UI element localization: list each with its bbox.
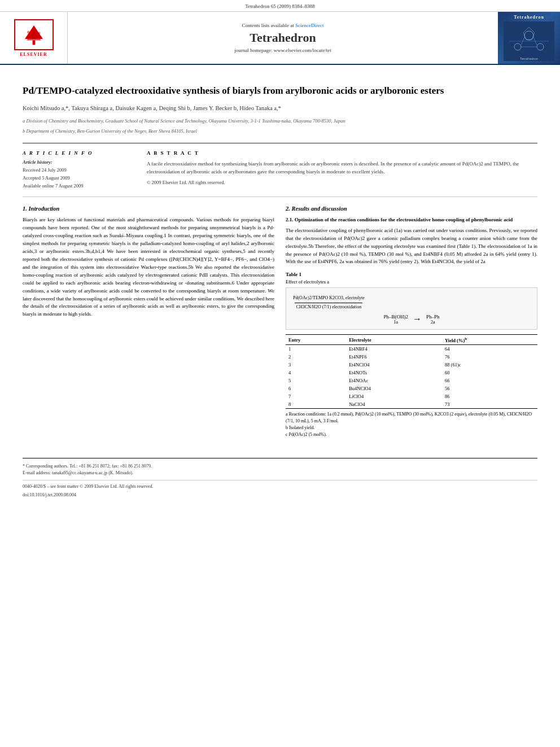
table-cell: Et4NPF6	[346, 353, 442, 361]
table-cell: Et4NClO4	[346, 361, 442, 369]
authors-text: Koichi Mitsudo a,*, Takuya Shiraga a, Da…	[23, 105, 281, 111]
footer-divider	[23, 480, 537, 480]
affiliation-a: a Division of Chemistry and Biochemistry…	[23, 117, 537, 125]
tree-icon	[20, 23, 48, 46]
affiliation-b-text: b Department of Chemistry, Ben-Gurion Un…	[23, 128, 197, 134]
journal-title: Tetrahedron	[250, 30, 316, 45]
table-cell: 73	[442, 400, 537, 409]
body-columns: 1. Introduction Biaryls are key skeleton…	[23, 197, 537, 452]
table-cell: 2	[286, 353, 346, 361]
cover-inner: Tetrahedron Tetrahedron	[498, 12, 560, 64]
table-cell: 7	[286, 392, 346, 400]
table-row: 4Et4NOTs60	[286, 369, 537, 377]
table1-footnotes: a Reaction conditions: 1a (0.2 mmol), Pd…	[286, 411, 537, 438]
svg-rect-0	[32, 40, 35, 45]
cover-label: Tetrahedron	[514, 15, 544, 20]
table-row: 7LiClO486	[286, 392, 537, 400]
table-cell: 3	[286, 361, 346, 369]
cover-art-icon: Tetrahedron	[504, 21, 554, 61]
table-cell: 6	[286, 385, 346, 392]
table-cell: 5	[286, 377, 346, 385]
table-cell: Et4NOAc	[346, 377, 442, 385]
abstract-section: A B S T R A C T A facile electrooxidativ…	[147, 150, 537, 190]
received-date: Received 24 July 2009	[23, 167, 135, 174]
catalyst-conditions: Pd(OAc)2/TEMPO K2CO3, electrolyte	[293, 295, 365, 301]
solvent-text: CH3CN/H2O (7/1) electrooxidation	[296, 304, 362, 309]
substrate-formula: Ph–B(OH)2	[383, 314, 408, 320]
substrate-label: 1a	[383, 320, 408, 325]
main-content: Pd/TEMPO-catalyzed electrooxidative synt…	[0, 65, 560, 509]
article-title: Pd/TEMPO-catalyzed electrooxidative synt…	[23, 85, 537, 97]
svg-text:Tetrahedron: Tetrahedron	[520, 57, 538, 60]
svg-point-3	[27, 31, 30, 34]
table1-label: Table 1	[286, 272, 537, 277]
table-cell: 1	[286, 345, 346, 353]
abstract-heading: A B S T R A C T	[147, 150, 537, 156]
authors-line: Koichi Mitsudo a,*, Takuya Shiraga a, Da…	[23, 104, 537, 113]
reaction-scheme: Pd(OAc)2/TEMPO K2CO3, electrolyte CH3CN/…	[286, 287, 537, 329]
intro-paragraph: Biaryls are key skeletons of functional …	[23, 216, 274, 318]
contents-text: Contents lists available at	[242, 23, 294, 28]
journal-header: ELSEVIER Contents lists available at Sci…	[0, 12, 560, 65]
footnote-b: b Isolated yield.	[286, 425, 537, 431]
svg-point-6	[40, 36, 41, 37]
table1-container: Table 1 Effect of electrolytes a Pd(OAc)…	[286, 272, 537, 438]
scheme-substrate: Ph–B(OH)2 1a	[383, 314, 408, 325]
article-info: A R T I C L E I N F O Article history: R…	[23, 150, 135, 190]
table-row: 2Et4NPF676	[286, 353, 537, 361]
arrow-icon: →	[413, 314, 422, 324]
tetrahedron-cover: Tetrahedron Tetrahedron	[498, 12, 560, 64]
product-formula: Ph–Ph	[426, 314, 440, 320]
table-cell: 8	[286, 400, 346, 409]
footnote-c: c Pd(OAc)2 (5 mol%).	[286, 431, 537, 438]
solvent-conditions: CH3CN/H2O (7/1) electrooxidation	[293, 304, 365, 309]
col-right: 2. Results and discussion 2.1. Optimizat…	[286, 206, 537, 444]
intro-heading: 1. Introduction	[23, 206, 274, 212]
table1-data: Entry Electrolyte Yield (%)b 1Et4NBF4642…	[286, 334, 537, 409]
citation-text: Tetrahedron 65 (2009) 8384–8388	[245, 3, 315, 9]
article-info-heading: A R T I C L E I N F O	[23, 150, 135, 156]
elsevier-label: ELSEVIER	[20, 52, 47, 57]
affiliation-a-text: a Division of Chemistry and Biochemistry…	[23, 118, 345, 124]
table-cell: 60	[442, 369, 537, 377]
catalyst-text: Pd(OAc)2/TEMPO K2CO3, electrolyte	[293, 295, 365, 300]
col-header-entry: Entry	[286, 334, 346, 345]
contents-available: Contents lists available at ScienceDirec…	[242, 23, 324, 28]
table-cell: NaClO4	[346, 400, 442, 409]
abstract-text: A facile electrooxidative method for syn…	[147, 160, 537, 176]
accepted-date: Accepted 5 August 2009	[23, 174, 135, 182]
table1-caption: Effect of electrolytes a	[286, 279, 537, 285]
scheme-product: Ph–Ph 2a	[426, 314, 440, 325]
history-label: Article history:	[23, 159, 135, 165]
svg-point-4	[38, 32, 40, 34]
table-cell: 66	[442, 377, 537, 385]
footnote-a: a Reaction conditions: 1a (0.2 mmol), Pd…	[286, 411, 537, 425]
table-cell: Bu4NClO4	[346, 385, 442, 392]
results-heading: 2. Results and discussion	[286, 206, 537, 212]
email-note: E-mail address: tanaka95@cc.okayama-u.ac…	[23, 470, 537, 477]
results-paragraph: The electrooxidative coupling of phenylb…	[286, 227, 537, 267]
corresponding-note: * Corresponding authors. Tel.: +81 86 25…	[23, 463, 537, 470]
copyright: © 2009 Elsevier Ltd. All rights reserved…	[147, 180, 537, 185]
affiliation-b: b Department of Chemistry, Ben-Gurion Un…	[23, 128, 537, 135]
table-cell: 4	[286, 369, 346, 377]
col-header-yield: Yield (%)b	[442, 334, 537, 345]
article-info-abstract: A R T I C L E I N F O Article history: R…	[23, 143, 537, 197]
doi: doi:10.1016/j.tet.2009.08.004	[23, 492, 537, 497]
table-cell: 64	[442, 345, 537, 353]
scheme-conditions-block: Pd(OAc)2/TEMPO K2CO3, electrolyte CH3CN/…	[293, 295, 365, 309]
col-left: 1. Introduction Biaryls are key skeleton…	[23, 206, 274, 444]
doi-line: 0040-4020/$ – see front matter © 2009 El…	[23, 484, 537, 489]
journal-center: Contents lists available at ScienceDirec…	[68, 12, 498, 64]
col-header-electrolyte: Electrolyte	[346, 334, 442, 345]
table-cell: Et4NBF4	[346, 345, 442, 353]
citation-bar: Tetrahedron 65 (2009) 8384–8388	[0, 0, 560, 12]
table-row: 8NaClO473	[286, 400, 537, 409]
journal-url: journal homepage: www.elsevier.com/locat…	[234, 47, 331, 53]
elsevier-logo-box: ELSEVIER	[0, 12, 68, 64]
table-cell: Et4NOTs	[346, 369, 442, 377]
footer-section: * Corresponding authors. Tel.: +81 86 25…	[23, 458, 537, 497]
table-cell: 86	[442, 392, 537, 400]
sciencedirect-link[interactable]: ScienceDirect	[295, 23, 323, 28]
subsection-heading: 2.1. Optimization of the reaction condit…	[286, 216, 537, 224]
